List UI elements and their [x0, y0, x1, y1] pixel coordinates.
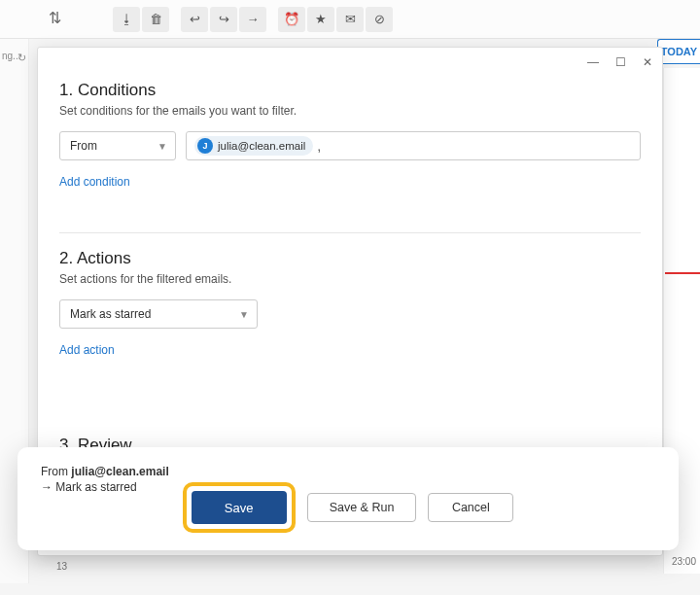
minimize-icon[interactable]: — [584, 55, 602, 69]
trash-icon[interactable]: 🗑 [142, 7, 169, 32]
condition-field-label: From [70, 139, 97, 153]
today-button[interactable]: TODAY [657, 39, 700, 64]
snooze-icon[interactable]: ⏰ [278, 7, 305, 32]
chip-email: julia@clean.email [218, 140, 305, 152]
action-select[interactable]: Mark as starred ▼ [59, 299, 258, 329]
add-action-link[interactable]: Add action [59, 343, 115, 357]
chevron-down-icon: ▼ [239, 309, 249, 320]
conditions-subtitle: Set conditions for the emails you want t… [59, 104, 641, 118]
save-and-run-button[interactable]: Save & Run [307, 493, 417, 522]
mail-icon[interactable]: ✉ [336, 7, 364, 32]
chip-separator: , [317, 138, 321, 154]
review-summary-line1: From julia@clean.email [41, 465, 655, 478]
chip-avatar: J [197, 138, 213, 154]
condition-value-input[interactable]: J julia@clean.email , [186, 131, 641, 160]
save-button-highlight: Save [183, 482, 296, 533]
conditions-title: 1. Conditions [59, 81, 641, 100]
download-icon[interactable]: ⭳ [113, 7, 140, 32]
chevron-down-icon: ▼ [158, 141, 167, 152]
background-toolbar: ⇅ ⭳ 🗑 ↩ ↪ → ⏰ ★ ✉ ⊘ [0, 0, 700, 39]
email-chip[interactable]: J julia@clean.email [194, 136, 313, 156]
close-icon[interactable]: ✕ [639, 55, 656, 69]
current-time-indicator [665, 272, 700, 274]
action-select-label: Mark as starred [70, 307, 151, 321]
star-icon[interactable]: ★ [307, 7, 334, 32]
review-summary-card: From julia@clean.email → Mark as starred… [18, 447, 679, 550]
calendar-day-label: 13 [56, 561, 67, 572]
reply-all-icon[interactable]: ↪ [210, 7, 237, 32]
maximize-icon[interactable]: ☐ [612, 55, 629, 69]
reply-icon[interactable]: ↩ [181, 7, 208, 32]
block-icon[interactable]: ⊘ [366, 7, 393, 32]
add-condition-link[interactable]: Add condition [59, 175, 130, 189]
sort-icon: ⇅ [49, 9, 64, 24]
actions-title: 2. Actions [59, 249, 641, 268]
actions-subtitle: Set actions for the filtered emails. [59, 272, 641, 286]
refresh-icon[interactable]: ↻ [18, 52, 26, 64]
forward-icon[interactable]: → [239, 7, 266, 32]
calendar-time-label: 23:00 [672, 556, 696, 567]
cancel-button[interactable]: Cancel [428, 493, 513, 522]
divider [59, 232, 641, 233]
save-button[interactable]: Save [192, 491, 287, 524]
condition-field-select[interactable]: From ▼ [59, 131, 176, 160]
